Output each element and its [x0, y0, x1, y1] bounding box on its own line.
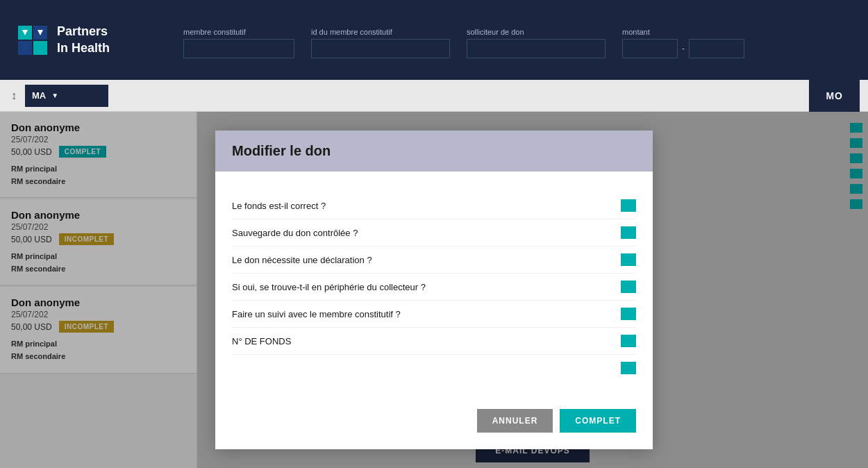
logo-text: Partners In Health [57, 24, 110, 56]
modal-checkbox-3[interactable] [621, 253, 636, 266]
mo-button[interactable]: MO [809, 80, 860, 112]
modal-row-3: Le don nécessite une déclaration ? [232, 246, 636, 274]
montant-min-input[interactable] [622, 39, 678, 58]
header: Partners In Health membre constitutif id… [0, 0, 868, 80]
svg-rect-2 [18, 41, 32, 55]
filter-membre-label: membre constitutif [183, 28, 294, 36]
modal-row-6: N° DE FONDS [232, 328, 636, 355]
modal-body: Le fonds est-il correct ? Sauvegarde du … [215, 185, 653, 398]
filter-solliciteur-label: solliciteur de don [467, 28, 606, 36]
logo-icon [17, 24, 49, 56]
modal-row-2: Sauvegarde du don contrôlée ? [232, 219, 636, 246]
solliciteur-input[interactable] [467, 39, 606, 58]
modal-row-4: Si oui, se trouve-t-il en périphérie du … [232, 274, 636, 301]
modal-checkbox-4[interactable] [621, 281, 636, 293]
filter-montant-label: montant [622, 28, 744, 36]
montant-max-input[interactable] [689, 39, 744, 58]
filter-id-membre: id du membre constitutif [311, 28, 450, 58]
modal-row-label-2: Sauvegarde du don contrôlée ? [232, 228, 358, 238]
toolbar: ↕ MA ▼ MO [0, 80, 868, 112]
modal-row-label-4: Si oui, se trouve-t-il en périphérie du … [232, 282, 426, 292]
modal-overlay: Modifier le don Le fonds est-il correct … [0, 112, 868, 468]
modal-row-label-1: Le fonds est-il correct ? [232, 201, 326, 211]
modal-title: Modifier le don [232, 143, 331, 158]
chevron-down-icon: ▼ [51, 92, 58, 99]
svg-rect-3 [33, 41, 47, 55]
modal-checkbox-1[interactable] [621, 199, 636, 212]
modal-checkbox-7[interactable] [621, 362, 636, 374]
modal-row-1: Le fonds est-il correct ? [232, 192, 636, 219]
main-area: Don anonyme 25/07/202 50,00 USD COMPLET … [0, 112, 868, 468]
modal-checkbox-2[interactable] [621, 226, 636, 239]
membre-input[interactable] [183, 39, 294, 58]
id-membre-input[interactable] [311, 39, 450, 58]
toolbar-select[interactable]: MA ▼ [25, 85, 108, 107]
modal-row-label-5: Faire un suivi avec le membre constituti… [232, 309, 401, 319]
cancel-button[interactable]: ANNULER [477, 409, 553, 433]
montant-inputs: - [622, 39, 744, 58]
confirm-button[interactable]: COMPLET [560, 409, 636, 433]
modal-dialog: Modifier le don Le fonds est-il correct … [215, 131, 653, 449]
filter-solliciteur: solliciteur de don [467, 28, 606, 58]
modal-header: Modifier le don [215, 131, 653, 172]
modal-row-5: Faire un suivi avec le membre constituti… [232, 301, 636, 328]
sort-icon[interactable]: ↕ [8, 87, 19, 105]
toolbar-select-value: MA [32, 90, 46, 101]
modal-checkbox-5[interactable] [621, 308, 636, 320]
modal-row-label-3: Le don nécessite une déclaration ? [232, 255, 372, 265]
modal-checkbox-6[interactable] [621, 335, 636, 347]
logo-area: Partners In Health [17, 24, 156, 56]
header-filters: membre constitutif id du membre constitu… [183, 22, 851, 58]
modal-row-7 [232, 355, 636, 381]
filter-montant: montant - [622, 28, 744, 58]
modal-row-label-6: N° DE FONDS [232, 336, 291, 346]
filter-membre: membre constitutif [183, 28, 294, 58]
montant-separator: - [682, 44, 685, 53]
modal-footer: ANNULER COMPLET [215, 398, 653, 449]
filter-id-membre-label: id du membre constitutif [311, 28, 450, 36]
